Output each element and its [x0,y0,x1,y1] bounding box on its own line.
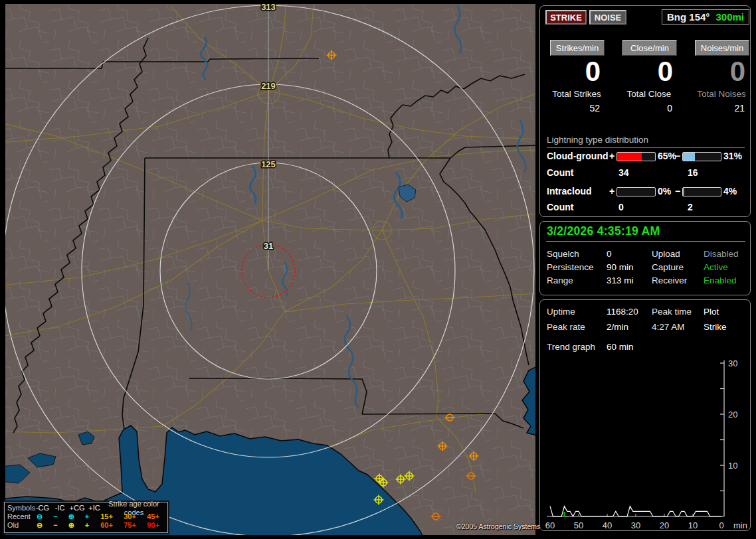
map-canvas: 31321912531 [5,4,535,535]
svg-text:31: 31 [264,241,273,251]
ic-positive-count: 0 [618,202,624,212]
upload-status: Disabled [704,249,739,259]
peak-rate-row: Peak rate 2/min 4:27 AM Strike [540,322,751,334]
age-15: 15+ [95,512,118,521]
noises-per-min-value: 0 [695,56,748,87]
peak-rate-label: Peak rate [547,322,585,332]
svg-text:10: 10 [728,461,737,471]
age-90: 90+ [142,521,165,530]
intracloud-label: Intracloud [547,186,592,196]
peak-rate-value: 2/min [607,322,628,332]
strikes-per-min-label[interactable]: Strikes/min [550,40,605,56]
svg-text:20: 20 [728,410,737,420]
map-symbol-legend: Symbols -CG -IC +CG +IC Strike age color… [4,502,168,533]
close-per-min-value: 0 [622,56,676,87]
persistence-label: Persistence [547,262,594,272]
svg-text:30: 30 [728,358,737,368]
old-pcg-icon: ⊕ [63,521,79,530]
ic-positive-bar [616,187,656,196]
trend-graph-window: 60 min [607,342,634,352]
legend-row-recent-label: Recent [7,512,32,521]
bearing-range-readout: Bng 154° 300mi [662,9,749,25]
svg-text:40: 40 [603,520,612,530]
plus-sign: + [609,151,614,161]
persistence-value: 90 min [607,262,634,272]
age-30: 30+ [118,512,142,521]
legend-header-pic: +IC [86,504,103,512]
squelch-row: Squelch 0 Upload Disabled [540,249,751,261]
svg-text:219: 219 [261,81,276,91]
cg-positive-count: 34 [618,167,629,178]
age-75: 75+ [118,521,142,530]
trend-chart: 1020306050403020100min [540,356,751,530]
range-value-mi: 313 mi [607,275,634,285]
noise-mode-button[interactable]: NOISE [589,10,626,25]
legend-header-nic: -IC [51,504,68,512]
svg-text:20: 20 [660,520,669,530]
ic-negative-bar [682,187,721,196]
range-label: Range [547,275,573,285]
recent-pcg-icon: ⊕ [63,512,79,521]
persistence-row: Persistence 90 min Capture Active [540,262,751,274]
total-noises-label: Total Noises [694,89,749,99]
datetime-display: 3/2/2026 4:35:19 AM [547,224,660,238]
receiver-status: Enabled [704,275,737,285]
plot-label: Plot [704,307,719,317]
cg-negative-pct: 31% [723,151,742,161]
squelch-value: 0 [607,249,612,259]
svg-text:0: 0 [719,520,723,530]
minus-sign: − [675,151,680,161]
trend-graph-label: Trend graph [547,342,595,352]
age-60: 60+ [95,521,118,530]
uptime-label: Uptime [547,307,575,317]
strike-counters-box: STRIKE NOISE Bng 154° 300mi Strikes/min … [539,5,751,217]
upload-label: Upload [652,249,680,259]
total-strikes-label: Total Strikes [549,89,605,99]
old-nic-icon: − [48,521,64,530]
svg-text:30: 30 [631,520,640,530]
legend-header-pcg: +CG [68,504,86,512]
recent-ncg-icon: ⊖ [32,512,48,521]
age-45: 45+ [142,512,165,521]
svg-text:313: 313 [261,4,276,12]
legend-header-ncg: -CG [34,504,51,512]
bearing-value: Bng 154° [667,11,709,23]
old-pic-icon: + [79,521,95,530]
cg-negative-bar [682,152,721,161]
cg-count-label: Count [547,167,573,178]
trend-graph-row: Trend graph 60 min [540,342,751,354]
total-close-label: Total Close [621,89,677,99]
range-row: Range 313 mi Receiver Enabled [540,275,751,287]
ic-negative-count: 2 [688,202,693,212]
cg-negative-count: 16 [688,167,698,178]
uptime-row: Uptime 1168:20 Peak time Plot [540,307,751,319]
strike-mode-button[interactable]: STRIKE [545,10,587,25]
peak-time-label: Peak time [652,307,692,317]
minus-sign: − [675,186,680,196]
ic-positive-pct: 0% [658,186,671,196]
ic-count-label: Count [547,202,573,212]
legend-title-symbols: Symbols [7,504,34,512]
cloud-ground-label: Cloud-ground [547,151,609,161]
total-strikes-value: 52 [550,103,603,114]
cg-positive-bar [616,152,656,161]
lightning-map[interactable]: 31321912531 [5,4,535,535]
noises-per-min-label[interactable]: Noises/min [695,40,749,56]
total-noises-value: 21 [695,103,748,114]
svg-text:60: 60 [545,520,555,530]
old-ncg-icon: ⊖ [32,521,48,530]
uptime-value: 1168:20 [607,307,638,317]
recent-pic-icon: + [79,512,95,521]
svg-text:125: 125 [261,159,276,169]
cg-positive-pct: 65% [658,151,676,161]
capture-status: Active [704,262,728,272]
plot-mode-value: Strike [704,322,727,332]
close-per-min-label[interactable]: Close/min [622,40,677,56]
range-value: 300mi [715,11,744,23]
strikes-per-min-value: 0 [550,56,603,87]
legend-row-old-label: Old [7,521,32,530]
distribution-section-title: Lightning type distribution [547,135,745,148]
cloud-ground-row: Cloud-ground + 65% − 31% [540,151,751,162]
svg-text:50: 50 [574,520,583,530]
recent-nic-icon: − [48,512,64,521]
